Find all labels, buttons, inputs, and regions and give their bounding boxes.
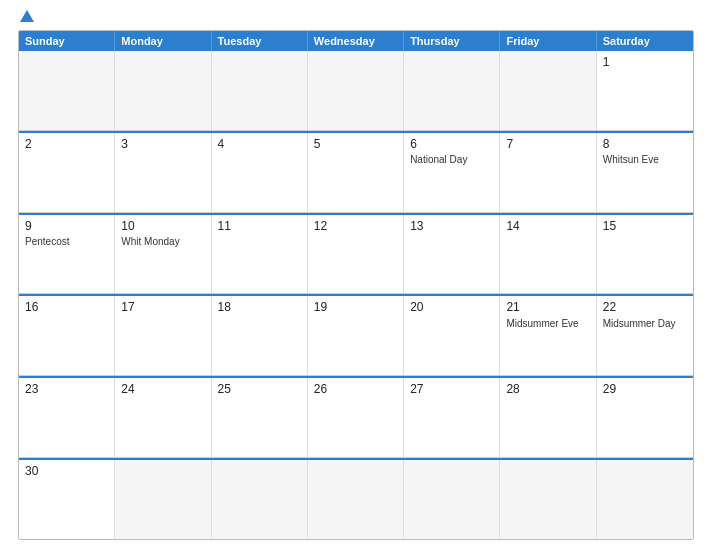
calendar-body: 123456National Day78Whitsun Eve9Pentecos…: [19, 51, 693, 539]
calendar-cell: 7: [500, 133, 596, 212]
day-number: 24: [121, 382, 204, 396]
day-event: Midsummer Eve: [506, 317, 589, 330]
calendar-cell: 27: [404, 378, 500, 457]
page-header: [18, 10, 694, 24]
calendar-cell: [115, 460, 211, 539]
day-number: 13: [410, 219, 493, 233]
day-event: Whit Monday: [121, 235, 204, 248]
calendar-cell: 11: [212, 215, 308, 294]
calendar-cell: 26: [308, 378, 404, 457]
day-number: 6: [410, 137, 493, 151]
calendar-cell: 19: [308, 296, 404, 375]
day-number: 20: [410, 300, 493, 314]
day-event: Pentecost: [25, 235, 108, 248]
calendar-cell: [308, 460, 404, 539]
day-number: 15: [603, 219, 687, 233]
day-number: 14: [506, 219, 589, 233]
day-event: National Day: [410, 153, 493, 166]
day-number: 27: [410, 382, 493, 396]
calendar-week-0: 1: [19, 51, 693, 131]
calendar-cell: [212, 460, 308, 539]
calendar-cell: 23: [19, 378, 115, 457]
calendar-cell: [404, 51, 500, 130]
calendar-cell: [115, 51, 211, 130]
calendar-cell: 9Pentecost: [19, 215, 115, 294]
calendar-cell: 3: [115, 133, 211, 212]
day-number: 26: [314, 382, 397, 396]
calendar-cell: [308, 51, 404, 130]
calendar-week-4: 23242526272829: [19, 376, 693, 458]
day-event: Midsummer Day: [603, 317, 687, 330]
calendar-cell: 25: [212, 378, 308, 457]
logo: [18, 10, 34, 24]
day-event: Whitsun Eve: [603, 153, 687, 166]
day-number: 4: [218, 137, 301, 151]
calendar: SundayMondayTuesdayWednesdayThursdayFrid…: [18, 30, 694, 540]
day-number: 16: [25, 300, 108, 314]
day-number: 2: [25, 137, 108, 151]
day-header-sunday: Sunday: [19, 31, 115, 51]
calendar-cell: [500, 460, 596, 539]
calendar-cell: 30: [19, 460, 115, 539]
day-number: 25: [218, 382, 301, 396]
calendar-cell: 21Midsummer Eve: [500, 296, 596, 375]
logo-triangle-icon: [20, 10, 34, 22]
calendar-cell: 13: [404, 215, 500, 294]
day-number: 18: [218, 300, 301, 314]
calendar-page: SundayMondayTuesdayWednesdayThursdayFrid…: [0, 0, 712, 550]
day-number: 11: [218, 219, 301, 233]
calendar-cell: 14: [500, 215, 596, 294]
calendar-cell: 4: [212, 133, 308, 212]
calendar-header: SundayMondayTuesdayWednesdayThursdayFrid…: [19, 31, 693, 51]
day-number: 5: [314, 137, 397, 151]
day-number: 12: [314, 219, 397, 233]
calendar-cell: 20: [404, 296, 500, 375]
calendar-cell: 22Midsummer Day: [597, 296, 693, 375]
day-number: 8: [603, 137, 687, 151]
calendar-cell: 16: [19, 296, 115, 375]
day-number: 29: [603, 382, 687, 396]
calendar-cell: 24: [115, 378, 211, 457]
day-number: 1: [603, 55, 687, 69]
calendar-cell: 10Whit Monday: [115, 215, 211, 294]
day-number: 28: [506, 382, 589, 396]
day-header-monday: Monday: [115, 31, 211, 51]
day-header-friday: Friday: [500, 31, 596, 51]
calendar-cell: [19, 51, 115, 130]
day-header-thursday: Thursday: [404, 31, 500, 51]
calendar-week-5: 30: [19, 458, 693, 539]
day-number: 17: [121, 300, 204, 314]
calendar-cell: 17: [115, 296, 211, 375]
day-number: 9: [25, 219, 108, 233]
calendar-cell: 15: [597, 215, 693, 294]
calendar-cell: 12: [308, 215, 404, 294]
calendar-cell: 8Whitsun Eve: [597, 133, 693, 212]
day-number: 19: [314, 300, 397, 314]
day-number: 21: [506, 300, 589, 314]
day-number: 22: [603, 300, 687, 314]
calendar-cell: 29: [597, 378, 693, 457]
day-number: 3: [121, 137, 204, 151]
calendar-cell: 18: [212, 296, 308, 375]
calendar-cell: [404, 460, 500, 539]
calendar-week-1: 23456National Day78Whitsun Eve: [19, 131, 693, 213]
calendar-cell: [500, 51, 596, 130]
day-number: 10: [121, 219, 204, 233]
calendar-cell: 5: [308, 133, 404, 212]
calendar-cell: 1: [597, 51, 693, 130]
calendar-cell: [212, 51, 308, 130]
day-number: 7: [506, 137, 589, 151]
calendar-week-3: 161718192021Midsummer Eve22Midsummer Day: [19, 294, 693, 376]
day-number: 30: [25, 464, 108, 478]
calendar-cell: [597, 460, 693, 539]
day-header-saturday: Saturday: [597, 31, 693, 51]
calendar-cell: 2: [19, 133, 115, 212]
calendar-cell: 28: [500, 378, 596, 457]
day-header-wednesday: Wednesday: [308, 31, 404, 51]
day-number: 23: [25, 382, 108, 396]
day-header-tuesday: Tuesday: [212, 31, 308, 51]
calendar-cell: 6National Day: [404, 133, 500, 212]
calendar-week-2: 9Pentecost10Whit Monday1112131415: [19, 213, 693, 295]
